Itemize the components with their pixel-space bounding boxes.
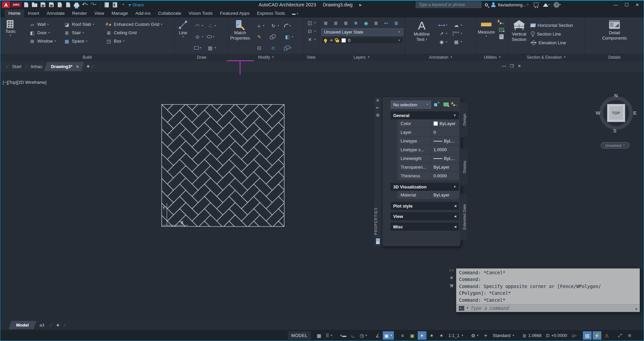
palette-tab-design[interactable]: Design xyxy=(461,102,468,137)
chevron-down-icon[interactable]: ▾ xyxy=(290,47,291,49)
viewcube-east[interactable]: E xyxy=(633,110,637,116)
chevron-down-icon[interactable]: ▾ xyxy=(527,3,528,6)
tab-express-tools[interactable]: Express Tools xyxy=(253,9,289,17)
arc-button[interactable]: ◠▾ xyxy=(194,20,207,31)
window-button[interactable]: ⊞Window▾ xyxy=(29,37,63,45)
layer-isolate-icon[interactable]: ≣ xyxy=(342,20,350,26)
panel-label-layers[interactable]: Layers▼ xyxy=(319,54,405,61)
layout-tab-model[interactable]: Model xyxy=(9,321,36,329)
chevron-down-icon[interactable]: ▾ xyxy=(200,47,201,49)
table-button[interactable]: ▦▾ xyxy=(453,38,468,46)
3d-box-button[interactable]: ⊡ xyxy=(256,42,270,53)
line-button[interactable]: Line ▾ xyxy=(175,18,191,54)
command-expand-icon[interactable]: ▲ xyxy=(635,306,637,310)
snap-mode-icon[interactable]: ⠿▼ xyxy=(324,331,334,340)
new-file-button[interactable] xyxy=(22,1,30,9)
select-similar-icon[interactable] xyxy=(499,28,504,32)
drag-grip-icon[interactable]: ⠿⠿ xyxy=(449,269,454,272)
chevron-down-icon[interactable]: ▾ xyxy=(54,40,56,43)
qat-menu-button[interactable]: ▼ xyxy=(120,1,127,9)
palette-close-icon[interactable]: ✕ xyxy=(376,98,380,103)
open-from-web-button[interactable] xyxy=(56,1,63,9)
panel-label-draw[interactable]: Draw xyxy=(175,54,229,61)
chevron-down-icon[interactable]: ▾ xyxy=(446,24,447,26)
chevron-down-icon[interactable]: ▾ xyxy=(48,32,50,34)
title-expand-icon[interactable]: ▶ xyxy=(359,3,362,7)
tab-annotate[interactable]: Annotate xyxy=(43,9,68,17)
chevron-down-icon[interactable]: ▾ xyxy=(202,36,203,38)
chevron-down-icon[interactable]: ▾ xyxy=(123,40,124,43)
layer-thaw-sun-icon[interactable]: ☀ xyxy=(329,38,333,43)
username[interactable]: flaviadoming... xyxy=(498,2,526,7)
share-button[interactable]: ➤Share xyxy=(128,1,144,9)
layer-freeze-icon[interactable]: ❄ xyxy=(352,20,360,26)
file-tab-start[interactable]: Start xyxy=(10,64,23,69)
chevron-down-icon[interactable]: ▾ xyxy=(86,40,87,43)
search-icon[interactable] xyxy=(485,3,488,6)
rectangle-button[interactable]: ▾ xyxy=(194,42,207,53)
ribbon-display-button[interactable]: ▬▾ xyxy=(292,12,298,17)
horizontal-section-button[interactable]: Horizontal Section xyxy=(531,21,573,30)
view-cube-button[interactable]: ◫▾ xyxy=(307,20,316,25)
chevron-down-icon[interactable]: ▼ xyxy=(365,334,368,337)
chevron-down-icon[interactable]: ▾ xyxy=(215,24,216,27)
viewport-controls-label[interactable]: [−][Top][2D Wireframe] xyxy=(3,80,46,85)
tab-render[interactable]: Render xyxy=(68,9,91,17)
file-tab-active[interactable]: Drawing3* ✕ xyxy=(44,62,84,71)
offset-button[interactable]: ⊂ xyxy=(270,42,284,53)
property-row-material[interactable]: MaterialByLayer xyxy=(398,191,459,200)
annotation-visibility-icon[interactable]: ✶ xyxy=(418,331,426,340)
erase-button[interactable]: ✎ xyxy=(256,31,270,42)
command-window-grip-bar[interactable]: ⠿⠿ ✕ ⚒ xyxy=(447,268,456,312)
rotate-button[interactable]: ↻▾ xyxy=(270,20,284,31)
command-input[interactable]: >_ ▼ Type a command ▲ xyxy=(456,304,640,312)
dynamic-input-icon[interactable]: +▬ xyxy=(338,331,348,340)
section-header-plot-style[interactable]: Plot style◀ xyxy=(390,202,459,210)
quick-calculator-icon[interactable] xyxy=(499,34,504,39)
sheet-set-button[interactable] xyxy=(103,1,110,9)
expand-icon[interactable]: ◀ xyxy=(454,225,456,228)
named-views-button[interactable]: ✕▾ xyxy=(307,37,316,42)
chevron-down-icon[interactable]: ▾ xyxy=(95,3,96,6)
detail-components-button[interactable]: Detail Components xyxy=(599,18,630,54)
box-button[interactable]: ◳Box▾ xyxy=(105,37,162,45)
chevron-down-icon[interactable]: ▼ xyxy=(512,334,515,337)
chevron-down-icon[interactable]: ▾ xyxy=(215,47,216,49)
tab-home[interactable]: Home xyxy=(5,9,24,17)
circle-button[interactable]: ⊙▾ xyxy=(194,31,207,42)
palette-tab-extended-data[interactable]: Extended Data xyxy=(461,194,468,240)
select-objects-icon[interactable] xyxy=(443,102,449,107)
lineweight-display-icon[interactable]: ≡ xyxy=(398,331,407,340)
annotation-autoscale-icon[interactable]: ✶ xyxy=(427,331,436,340)
measure-button[interactable]: Measure ▾ xyxy=(477,18,496,54)
section-line-button[interactable]: Section Line xyxy=(531,30,573,38)
save-button[interactable] xyxy=(39,1,47,9)
chevron-down-icon[interactable]: ▾ xyxy=(202,24,203,27)
palette-autohide-icon[interactable]: ⇤ xyxy=(376,106,379,110)
palette-title-bar[interactable]: ✕ ⇤ ⚙ PROPERTIES xyxy=(373,97,382,247)
chevron-down-icon[interactable]: ▼ xyxy=(467,307,468,309)
doc-minimize-button[interactable]: — xyxy=(502,64,506,68)
panel-label-section[interactable]: Section & Elevation▼ xyxy=(508,54,585,61)
palette-tab-display[interactable]: Display xyxy=(461,148,468,186)
property-row-linetype-scale[interactable]: Linetype s...1.0000 xyxy=(398,146,459,154)
chevron-down-icon[interactable]: ▾ xyxy=(461,41,462,43)
tab-view[interactable]: View xyxy=(91,9,108,17)
annotation-scale-value[interactable]: 1:1_1▼ xyxy=(447,333,465,338)
user-avatar-icon[interactable] xyxy=(491,2,496,7)
camera-view-button[interactable]: ⊡▾ xyxy=(307,29,316,34)
enhanced-custom-grid-button[interactable]: #⚡Enhanced Custom Grid▾ xyxy=(105,20,162,29)
isolate-objects-icon[interactable]: ◻○ xyxy=(570,331,579,340)
text-style-button[interactable]: ▾ xyxy=(453,29,468,38)
herringbone-parquet-drawing[interactable]: Y X xyxy=(161,104,285,227)
chevron-down-icon[interactable]: ▾ xyxy=(83,32,84,34)
roof-slab-button[interactable]: ◪Roof Slab▾ xyxy=(63,20,105,29)
fillet-button[interactable]: ▾ xyxy=(284,20,300,31)
expand-icon[interactable]: ◀ xyxy=(454,215,456,218)
match-properties-button[interactable]: Match Properties xyxy=(229,18,251,54)
autodesk-app-button[interactable]: ▾ xyxy=(543,1,550,9)
new-layout-button[interactable]: + xyxy=(56,322,59,328)
chevron-down-icon[interactable]: ▾ xyxy=(446,41,447,43)
panel-label-details[interactable]: Details xyxy=(585,54,644,61)
space-button[interactable]: ▦Space▾ xyxy=(63,37,105,45)
